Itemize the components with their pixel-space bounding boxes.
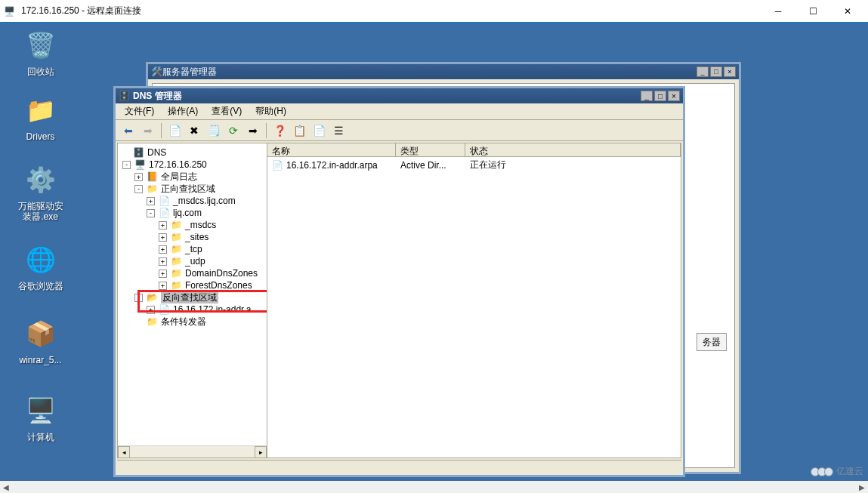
expander-icon[interactable]: + (159, 245, 167, 254)
options-button[interactable]: ☰ (330, 122, 347, 139)
dns-tree[interactable]: 🗄️DNS -🖥️172.16.16.250 +📙全局日志 -📁正向查找区域 +… (118, 143, 267, 458)
expander-icon[interactable]: + (159, 257, 167, 266)
dns-list[interactable]: 名称 类型 状态 📄16.16.172.in-addr.arpaActive D… (267, 143, 681, 458)
expander-icon[interactable]: + (159, 270, 167, 278)
expander-icon[interactable]: + (159, 282, 167, 290)
expander-icon[interactable]: - (147, 209, 155, 217)
expander-icon[interactable]: + (134, 173, 143, 181)
cell-status: 正在运行 (465, 159, 511, 171)
tree-server[interactable]: -🖥️172.16.16.250 (118, 159, 267, 171)
desktop-icon-label: 计算机 (12, 432, 69, 442)
folder-icon: 📁 (146, 183, 158, 195)
server-maximize-button[interactable]: □ (710, 66, 722, 77)
expander-icon[interactable]: + (147, 197, 155, 205)
dns-maximize-button[interactable]: □ (654, 91, 666, 101)
tree-udp[interactable]: +📁_udp (118, 255, 267, 267)
desktop-icon-glyph: 🖥️ (23, 393, 59, 429)
forward-button[interactable]: ➡ (140, 122, 156, 139)
tree-sites[interactable]: +📁_sites (118, 231, 267, 243)
list-body[interactable]: 📄16.16.172.in-addr.arpaActive Dir...正在运行 (267, 157, 681, 458)
desktop-icon[interactable]: 📦winrar_5... (12, 316, 69, 365)
tree-forward-zone[interactable]: -📁正向查找区域 (118, 183, 267, 195)
dns-titlebar[interactable]: 🗄️DNS 管理器 _ □ × (116, 88, 683, 103)
tree-dns-root[interactable]: 🗄️DNS (118, 146, 267, 159)
folder-icon: 📁 (170, 219, 182, 231)
properties-button[interactable]: 🗒️ (205, 122, 222, 139)
desktop-icon-label: Drivers (12, 131, 69, 142)
tree-reverse-item[interactable]: +📄16.16.172.in-addr.a (118, 304, 267, 316)
desktop-icon[interactable]: 📁Drivers (12, 92, 69, 142)
tree-conditional-forwarders[interactable]: 📁条件转发器 (118, 316, 267, 328)
filter-button[interactable]: 📋 (291, 122, 307, 139)
watermark-text: 亿速云 (836, 465, 863, 478)
desktop-icon[interactable]: ⚙️万能驱动安装器.exe (12, 162, 69, 222)
zone-icon: 📄 (158, 195, 170, 207)
desktop-icon[interactable]: 🗑️回收站 (12, 27, 69, 77)
back-button[interactable]: ⬅ (120, 122, 137, 139)
watermark-icon (813, 467, 833, 476)
expander-icon[interactable]: - (134, 185, 143, 193)
up-button[interactable]: 📄 (166, 122, 183, 139)
dns-statusbar (117, 460, 681, 473)
new-button[interactable]: 📄 (310, 122, 327, 139)
col-status[interactable]: 状态 (465, 143, 681, 156)
tree-reverse-zone[interactable]: -📂反向查找区域 (118, 291, 267, 304)
toolbar-separator (161, 123, 162, 138)
dns-minimize-button[interactable]: _ (641, 91, 653, 101)
scroll-track[interactable] (130, 446, 255, 458)
refresh-button[interactable]: ⟳ (225, 122, 242, 139)
tree-msdcs[interactable]: +📁_msdcs (118, 219, 267, 231)
minimize-button[interactable]: ─ (761, 0, 795, 23)
tree-ljq[interactable]: -📄ljq.com (118, 207, 267, 219)
server-close-button[interactable]: × (724, 66, 736, 77)
dns-client-area: 🗄️DNS -🖥️172.16.16.250 +📙全局日志 -📁正向查找区域 +… (117, 143, 681, 458)
col-type[interactable]: 类型 (396, 143, 465, 156)
desktop-icon-label: winrar_5... (12, 355, 69, 365)
expander-icon[interactable]: + (159, 221, 167, 230)
rdp-title-text: 172.16.16.250 - 远程桌面连接 (21, 5, 761, 17)
tree-domaindns[interactable]: +📁DomainDnsZones (118, 267, 267, 279)
menu-view[interactable]: 查看(V) (205, 103, 248, 119)
export-button[interactable]: ➡ (245, 122, 261, 139)
scroll-left-button[interactable]: ◂ (118, 446, 130, 458)
desktop-icon[interactable]: 🌐谷歌浏览器 (12, 242, 69, 291)
outer-hscrollbar[interactable]: ◀ ▶ (0, 481, 868, 493)
tree-forestdns[interactable]: +📁ForestDnsZones (118, 279, 267, 291)
folder-icon: 📁 (170, 279, 182, 291)
server-manager-titlebar[interactable]: 🛠️ 服务器管理器 _ □ × (148, 64, 739, 79)
tree-global-log[interactable]: +📙全局日志 (118, 171, 267, 183)
table-row[interactable]: 📄16.16.172.in-addr.arpaActive Dir...正在运行 (267, 157, 681, 173)
menu-help[interactable]: 帮助(H) (249, 103, 292, 119)
maximize-button[interactable]: ☐ (795, 0, 830, 23)
dns-manager-window[interactable]: 🗄️DNS 管理器 _ □ × 文件(F) 操作(A) 查看(V) 帮助(H) … (113, 86, 685, 477)
dns-toolbar: ⬅ ➡ 📄 ✖ 🗒️ ⟳ ➡ ❓ 📋 📄 ☰ (116, 120, 683, 141)
expander-icon[interactable]: - (134, 294, 143, 302)
side-services-button[interactable]: 务器 (697, 333, 727, 351)
help-button[interactable]: ❓ (271, 122, 288, 139)
expander-icon[interactable]: - (122, 161, 131, 169)
tree-msdcs-ljq[interactable]: +📄_msdcs.ljq.com (118, 195, 267, 207)
desktop-icon[interactable]: 🖥️计算机 (12, 393, 69, 442)
dns-close-button[interactable]: × (668, 91, 680, 101)
delete-button[interactable]: ✖ (186, 122, 202, 139)
folder-icon: 📁 (170, 243, 182, 255)
tree-hscrollbar[interactable]: ◂ ▸ (118, 445, 267, 458)
zone-icon: 📄 (272, 160, 283, 171)
outer-scroll-right[interactable]: ▶ (856, 481, 868, 493)
server-manager-icon: 🛠️ (151, 66, 162, 77)
desktop-icon-glyph: 🗑️ (23, 27, 59, 63)
menu-action[interactable]: 操作(A) (162, 103, 204, 119)
list-header: 名称 类型 状态 (267, 143, 681, 157)
server-minimize-button[interactable]: _ (697, 66, 709, 77)
expander-icon[interactable]: + (159, 233, 167, 242)
menu-file[interactable]: 文件(F) (119, 103, 160, 119)
expander-icon[interactable]: + (147, 306, 155, 314)
scroll-right-button[interactable]: ▸ (255, 446, 267, 458)
desktop-icon-glyph: 🌐 (23, 242, 59, 278)
outer-scroll-left[interactable]: ◀ (0, 481, 12, 493)
outer-scroll-track[interactable] (12, 481, 856, 493)
close-button[interactable]: ✕ (830, 0, 865, 23)
col-name[interactable]: 名称 (267, 143, 396, 156)
tree-tcp[interactable]: +📁_tcp (118, 243, 267, 255)
desktop-icon-label: 谷歌浏览器 (12, 281, 69, 291)
